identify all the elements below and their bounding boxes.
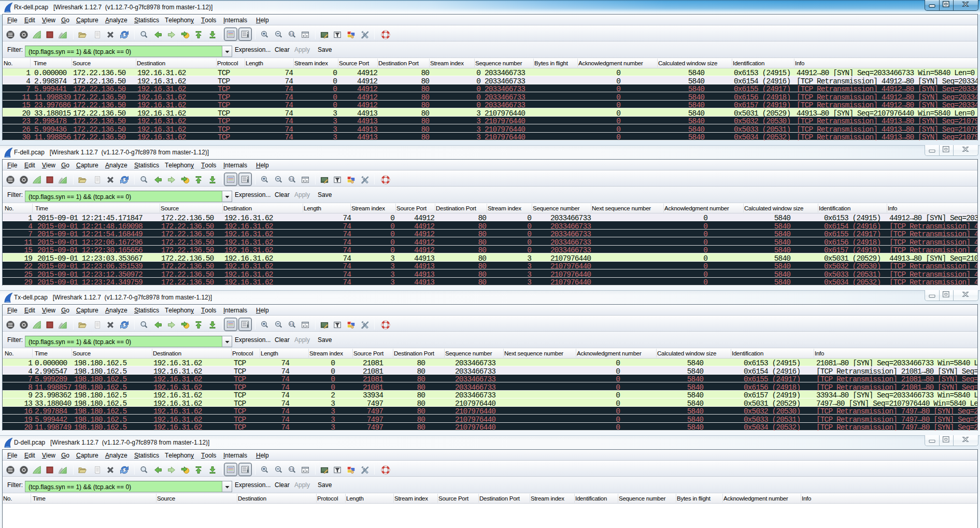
svg-text:1:1: 1:1 (290, 177, 294, 180)
svg-text:1:1: 1:1 (290, 467, 294, 470)
svg-text:1:1: 1:1 (290, 322, 294, 325)
svg-text:1:1: 1:1 (290, 32, 294, 35)
